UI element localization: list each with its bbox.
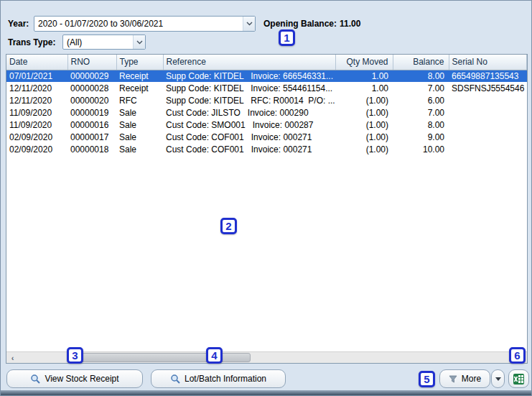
- cell-balance: 8.00: [393, 70, 449, 82]
- cell-date: 07/01/2021: [6, 70, 67, 82]
- cell-type: Receipt: [116, 70, 163, 82]
- cell-date: 12/11/2020: [6, 82, 67, 94]
- callout-badge-2: 2: [220, 218, 237, 234]
- cell-rno: 00000017: [67, 131, 116, 143]
- cell-qty: (1.00): [335, 94, 393, 106]
- cell-date: 12/11/2020: [6, 94, 67, 106]
- table-row[interactable]: 12/11/202000000020RFCSupp Code: KITDEL R…: [6, 94, 527, 106]
- trans-type-dropdown-value: (All): [67, 37, 133, 47]
- cell-balance: 9.00: [393, 131, 449, 143]
- table-row[interactable]: 02/09/202000000017SaleCust Code: COF001 …: [6, 131, 527, 143]
- chevron-down-icon: [133, 35, 145, 49]
- cell-reference: Supp Code: KITDEL Invoice: 666546331...: [163, 70, 335, 82]
- column-header-date[interactable]: Date: [6, 55, 67, 70]
- magnifier-icon: [170, 374, 180, 384]
- cell-serial: [449, 131, 527, 143]
- callout-badge-6: 6: [509, 347, 526, 364]
- opening-balance: Opening Balance:11.00: [263, 19, 363, 29]
- cell-qty: 1.00: [335, 70, 393, 82]
- filter-funnel-icon: [449, 375, 457, 383]
- table-row[interactable]: 11/09/202000000019SaleCust Code: JILSTO …: [6, 106, 527, 119]
- cell-rno: 00000016: [67, 119, 116, 131]
- cell-qty: (1.00): [335, 131, 393, 143]
- stock-transactions-panel: Year: 2020 - 01/07/2020 to 30/06/2021 Op…: [0, 0, 532, 396]
- view-stock-receipt-label: View Stock Receipt: [45, 374, 118, 384]
- cell-reference: Cust Code: COF001 Invoice: 000271: [163, 143, 335, 155]
- cell-qty: (1.00): [335, 143, 393, 155]
- cell-reference: Cust Code: JILSTO Invoice: 000290: [163, 106, 335, 119]
- cell-reference: Cust Code: SMO001 Invoice: 000287: [163, 119, 335, 131]
- cell-type: Receipt: [116, 82, 163, 94]
- callout-badge-3: 3: [67, 347, 83, 364]
- year-dropdown[interactable]: 2020 - 01/07/2020 to 30/06/2021: [34, 16, 256, 32]
- cell-balance: 10.00: [393, 143, 449, 155]
- cell-reference: Cust Code: COF001 Invoice: 000271: [163, 131, 335, 143]
- cell-type: Sale: [116, 143, 163, 155]
- column-header-serial-no[interactable]: Serial No: [449, 55, 527, 70]
- more-button[interactable]: More: [439, 369, 490, 388]
- table-header-row: Date RNO Type Reference Qty Moved Balanc…: [6, 55, 527, 70]
- export-excel-button[interactable]: [508, 369, 529, 388]
- cell-rno: 00000019: [67, 106, 116, 119]
- cell-reference: Supp Code: KITDEL Invoice: 554461154...: [163, 82, 335, 94]
- table-row[interactable]: 11/09/202000000016SaleCust Code: SMO001 …: [6, 119, 527, 131]
- cell-type: Sale: [116, 106, 163, 119]
- excel-export-icon: [513, 373, 525, 385]
- cell-balance: 6.00: [393, 94, 449, 106]
- cell-serial: [449, 143, 527, 155]
- cell-date: 11/09/2020: [6, 119, 67, 131]
- dropdown-triangle-icon: [495, 377, 501, 381]
- column-header-qty-moved[interactable]: Qty Moved: [335, 55, 393, 70]
- window-bottom-edge: [1, 390, 531, 395]
- cell-reference: Supp Code: KITDEL RFC: R00014 P/O: ...: [163, 94, 335, 106]
- cell-date: 02/09/2020: [6, 143, 67, 155]
- scrollbar-thumb[interactable]: [73, 353, 251, 362]
- cell-qty: (1.00): [335, 119, 393, 131]
- horizontal-scrollbar[interactable]: ‹ ›: [6, 351, 527, 363]
- cell-balance: 7.00: [393, 106, 449, 119]
- cell-balance: 7.00: [393, 82, 449, 94]
- view-stock-receipt-button[interactable]: View Stock Receipt: [6, 369, 143, 388]
- chevron-down-icon: [243, 17, 255, 31]
- cell-serial: [449, 119, 527, 131]
- table-row[interactable]: 02/09/202000000018SaleCust Code: COF001 …: [6, 143, 527, 155]
- cell-serial: [449, 106, 527, 119]
- cell-date: 11/09/2020: [6, 106, 67, 119]
- lot-batch-information-button[interactable]: Lot/Batch Information: [151, 369, 286, 388]
- lot-batch-information-label: Lot/Batch Information: [185, 374, 266, 384]
- cell-type: RFC: [116, 94, 163, 106]
- magnifier-icon: [30, 374, 40, 384]
- cell-rno: 00000020: [67, 94, 116, 106]
- more-label: More: [462, 374, 481, 384]
- cell-serial: SDSFNSJ5554546: [449, 82, 527, 94]
- transactions-table: Date RNO Type Reference Qty Moved Balanc…: [6, 55, 527, 155]
- table-row[interactable]: 12/11/202000000028ReceiptSupp Code: KITD…: [6, 82, 527, 94]
- callout-badge-1: 1: [279, 29, 295, 46]
- cell-rno: 00000028: [67, 82, 116, 94]
- column-header-reference[interactable]: Reference: [163, 55, 335, 70]
- cell-qty: (1.00): [335, 106, 393, 119]
- callout-badge-5: 5: [419, 371, 435, 387]
- opening-balance-label: Opening Balance:: [263, 19, 337, 29]
- callout-badge-4: 4: [206, 347, 223, 364]
- cell-balance: 8.00: [393, 119, 449, 131]
- cell-date: 02/09/2020: [6, 131, 67, 143]
- opening-balance-value: 11.00: [340, 19, 360, 29]
- trans-type-dropdown[interactable]: (All): [62, 34, 146, 50]
- year-dropdown-value: 2020 - 01/07/2020 to 30/06/2021: [38, 19, 243, 29]
- cell-type: Sale: [116, 119, 163, 131]
- transactions-grid: Date RNO Type Reference Qty Moved Balanc…: [6, 54, 528, 364]
- column-header-balance[interactable]: Balance: [393, 55, 449, 70]
- cell-rno: 00000029: [67, 70, 116, 82]
- table-row[interactable]: 07/01/202100000029ReceiptSupp Code: KITD…: [6, 70, 527, 82]
- cell-serial: [449, 94, 527, 106]
- cell-serial: 66549887135543: [449, 70, 527, 82]
- column-header-type[interactable]: Type: [116, 55, 163, 70]
- more-dropdown-button[interactable]: [491, 369, 505, 388]
- cell-type: Sale: [116, 131, 163, 143]
- column-header-rno[interactable]: RNO: [67, 55, 116, 70]
- cell-qty: 1.00: [335, 82, 393, 94]
- year-label: Year:: [8, 19, 29, 29]
- table-body: 07/01/202100000029ReceiptSupp Code: KITD…: [6, 70, 527, 155]
- scroll-left-icon[interactable]: ‹: [6, 352, 19, 363]
